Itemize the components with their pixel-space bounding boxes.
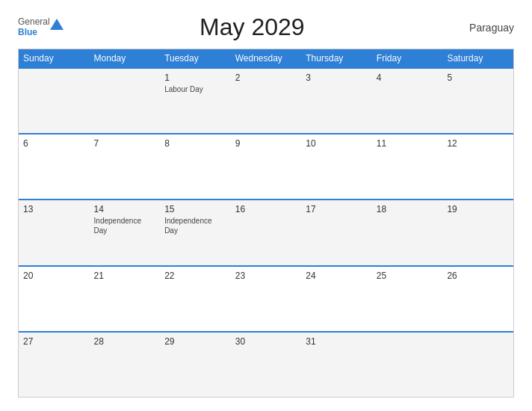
- day-event: Independence Day: [164, 216, 226, 235]
- calendar-cell: 28: [90, 333, 161, 397]
- col-friday: Friday: [372, 49, 443, 67]
- calendar-cell: 31: [301, 333, 372, 397]
- day-number: 27: [23, 336, 85, 347]
- calendar-cell: 4: [372, 69, 443, 133]
- calendar-cell: 6: [19, 135, 90, 199]
- calendar-cell: 13: [19, 200, 90, 265]
- day-number: 20: [23, 271, 85, 281]
- day-number: 19: [447, 204, 509, 214]
- day-number: 2: [235, 72, 297, 83]
- calendar-cell: 20: [19, 267, 90, 331]
- calendar-cell: 19: [442, 200, 513, 265]
- day-number: 10: [306, 138, 368, 149]
- col-sunday: Sunday: [19, 49, 90, 67]
- day-number: 3: [306, 72, 368, 83]
- day-number: 17: [306, 204, 368, 214]
- day-number: 15: [164, 204, 226, 214]
- calendar-cell: 21: [90, 267, 161, 331]
- logo: General Blue: [18, 17, 50, 37]
- calendar-cell: 8: [160, 135, 231, 199]
- col-thursday: Thursday: [301, 49, 372, 67]
- day-number: 6: [23, 138, 85, 149]
- calendar-cell: [442, 333, 513, 397]
- day-number: 8: [164, 138, 226, 149]
- day-number: 21: [94, 271, 156, 281]
- calendar-cell: 18: [372, 200, 443, 265]
- country-label: Paraguay: [454, 22, 514, 34]
- day-number: 9: [235, 138, 297, 149]
- col-saturday: Saturday: [442, 49, 513, 67]
- calendar-cell: 25: [372, 267, 443, 331]
- day-number: 31: [306, 336, 368, 347]
- week-row-2: 6789101112: [19, 133, 513, 199]
- calendar-cell: 1Labour Day: [160, 69, 231, 133]
- day-event: Independence Day: [94, 216, 156, 235]
- day-number: 28: [94, 336, 156, 347]
- calendar-body: 1Labour Day234567891011121314Independenc…: [19, 67, 513, 397]
- calendar-cell: 2: [231, 69, 302, 133]
- calendar-cell: 30: [231, 333, 302, 397]
- day-number: 13: [23, 204, 85, 214]
- calendar-cell: 17: [301, 200, 372, 265]
- calendar-cell: 3: [301, 69, 372, 133]
- page-header: General Blue May 2029 Paraguay: [18, 13, 514, 41]
- day-number: 29: [164, 336, 226, 347]
- week-row-3: 1314Independence Day15Independence Day16…: [19, 199, 513, 265]
- day-number: 7: [94, 138, 156, 149]
- calendar-cell: 23: [231, 267, 302, 331]
- calendar-cell: 22: [160, 267, 231, 331]
- day-number: 12: [447, 138, 509, 149]
- day-number: 18: [377, 204, 439, 214]
- day-number: 24: [306, 271, 368, 281]
- calendar-cell: 26: [442, 267, 513, 331]
- day-number: 26: [447, 271, 509, 281]
- calendar-cell: 16: [231, 200, 302, 265]
- col-monday: Monday: [90, 49, 161, 67]
- day-number: 22: [164, 271, 226, 281]
- day-number: 5: [447, 72, 509, 83]
- day-event: Labour Day: [164, 84, 226, 94]
- week-row-5: 2728293031: [19, 331, 513, 397]
- day-number: 25: [377, 271, 439, 281]
- calendar-cell: [90, 69, 161, 133]
- calendar-cell: 14Independence Day: [90, 200, 161, 265]
- calendar-cell: 5: [442, 69, 513, 133]
- calendar-cell: 29: [160, 333, 231, 397]
- day-number: 14: [94, 204, 156, 214]
- day-number: 4: [377, 72, 439, 83]
- calendar-cell: 12: [442, 135, 513, 199]
- week-row-4: 20212223242526: [19, 265, 513, 331]
- calendar-cell: 15Independence Day: [160, 200, 231, 265]
- col-wednesday: Wednesday: [231, 49, 302, 67]
- calendar-cell: [19, 69, 90, 133]
- calendar-cell: 10: [301, 135, 372, 199]
- week-row-1: 1Labour Day2345: [19, 67, 513, 133]
- logo-text: General Blue: [18, 17, 50, 37]
- calendar-cell: 11: [372, 135, 443, 199]
- calendar-header: Sunday Monday Tuesday Wednesday Thursday…: [19, 49, 513, 67]
- calendar-grid: Sunday Monday Tuesday Wednesday Thursday…: [18, 49, 514, 398]
- page-title: May 2029: [50, 13, 454, 41]
- day-number: 23: [235, 271, 297, 281]
- calendar-page: General Blue May 2029 Paraguay Sunday Mo…: [0, 0, 532, 411]
- day-number: 1: [164, 72, 226, 83]
- calendar-cell: 7: [90, 135, 161, 199]
- col-tuesday: Tuesday: [160, 49, 231, 67]
- day-number: 11: [377, 138, 439, 149]
- calendar-cell: 24: [301, 267, 372, 331]
- day-number: 30: [235, 336, 297, 347]
- calendar-cell: 27: [19, 333, 90, 397]
- calendar-cell: [372, 333, 443, 397]
- calendar-cell: 9: [231, 135, 302, 199]
- day-number: 16: [235, 204, 297, 214]
